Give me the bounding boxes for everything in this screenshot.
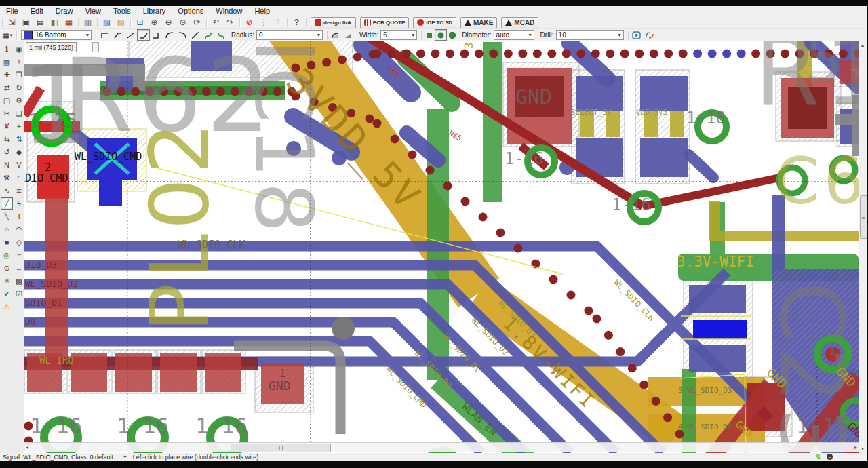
- move-tool[interactable]: ✚: [1, 69, 13, 81]
- bend-style-arc-start-icon[interactable]: [163, 29, 176, 41]
- board-canvas[interactable]: 1 R62 IC18 PL02 R10 5 C23 C6 WL_SDIO_CMD…: [24, 41, 859, 453]
- help-icon[interactable]: ?: [290, 16, 304, 28]
- selected-wire-segment[interactable]: [693, 320, 747, 339]
- pinswap-tool[interactable]: ⇆: [1, 133, 13, 145]
- undo-icon[interactable]: ↶: [209, 16, 223, 28]
- menu-draw[interactable]: Draw: [50, 7, 79, 15]
- dimension-tool[interactable]: ↔: [13, 262, 25, 274]
- display-layers-tool[interactable]: ▦: [1, 56, 13, 68]
- split-tool[interactable]: ∿: [1, 184, 13, 197]
- width-input[interactable]: 6▾: [380, 30, 417, 40]
- ripup-tool[interactable]: ϟ: [13, 197, 25, 210]
- info-tool[interactable]: ℹ: [1, 43, 13, 55]
- print-icon[interactable]: ▤: [33, 16, 47, 28]
- menu-view[interactable]: View: [79, 7, 107, 15]
- arc-tool[interactable]: ◠: [13, 223, 25, 235]
- circle-tool[interactable]: ○: [1, 223, 13, 235]
- zoom-redraw-icon[interactable]: ⟳: [190, 16, 204, 28]
- autorouter-tool[interactable]: ▩: [13, 275, 25, 287]
- zoom-in-icon[interactable]: ⊕: [147, 16, 161, 28]
- bend-style-90-start-icon[interactable]: [98, 29, 111, 41]
- save-icon[interactable]: ▣: [19, 16, 33, 28]
- drc-ok-icon[interactable]: ↯: [816, 453, 821, 461]
- rect-tool[interactable]: ■: [1, 236, 13, 248]
- horizontal-scroll-thumb[interactable]: [231, 444, 331, 452]
- design-link-button[interactable]: design link: [311, 17, 356, 28]
- menu-file[interactable]: File: [0, 7, 24, 15]
- bend-style-s-icon[interactable]: [189, 29, 201, 41]
- lock-tool[interactable]: ◆: [13, 146, 25, 158]
- refresh-icon[interactable]: [644, 29, 656, 41]
- via-shape-octagon-icon[interactable]: [447, 30, 458, 40]
- menu-edit[interactable]: Edit: [24, 7, 50, 15]
- paste-tool[interactable]: ❏: [13, 107, 25, 119]
- via-shape-square-icon[interactable]: [424, 30, 435, 40]
- horizontal-scrollbar[interactable]: ◂ ▸: [24, 442, 859, 452]
- menu-tools[interactable]: Tools: [107, 7, 137, 15]
- bend-style-45-end-icon[interactable]: [137, 29, 150, 41]
- show-tool[interactable]: ◉: [13, 43, 25, 55]
- rotate-tool[interactable]: ↻: [13, 81, 25, 94]
- hole-tool[interactable]: ⊙: [1, 262, 13, 274]
- via-tool[interactable]: ◎: [1, 249, 13, 261]
- optimize-tool[interactable]: ≋: [13, 184, 25, 197]
- menu-options[interactable]: Options: [172, 7, 210, 15]
- switch-sheet-icon[interactable]: ▧: [114, 16, 128, 28]
- zoom-select-icon[interactable]: ⊙: [176, 16, 190, 28]
- go-icon[interactable]: ⋮: [256, 16, 271, 28]
- pcb-quote-button[interactable]: PCB QUOTE: [360, 17, 410, 28]
- bend-style-90-end-icon[interactable]: [150, 29, 163, 41]
- value-tool[interactable]: V: [13, 159, 25, 171]
- zoom-out-icon[interactable]: ⊖: [161, 16, 176, 28]
- change-tool[interactable]: ⚙: [13, 94, 25, 106]
- delete-tool[interactable]: ✘: [1, 120, 13, 132]
- gateswap-tool[interactable]: ⇅: [13, 133, 25, 145]
- cam-processor-icon[interactable]: ◧: [47, 16, 62, 28]
- scroll-down-icon[interactable]: ▾: [861, 444, 864, 453]
- stop-status-icon[interactable]: –: [827, 454, 833, 460]
- drill-icon[interactable]: ▦: [62, 16, 76, 28]
- make-button[interactable]: MAKE: [460, 17, 497, 28]
- mirror-tool[interactable]: ⇄: [1, 81, 13, 94]
- switch-board-icon[interactable]: ▨: [100, 16, 114, 28]
- menu-library[interactable]: Library: [137, 7, 172, 15]
- stop-icon[interactable]: ⊘: [242, 16, 256, 28]
- menu-window[interactable]: Window: [210, 7, 248, 15]
- polygon-tool[interactable]: ◇: [13, 236, 25, 248]
- run-ulp-icon[interactable]: ⇑: [271, 16, 285, 28]
- miter-round-icon[interactable]: [330, 29, 342, 41]
- diameter-input[interactable]: auto▾: [494, 30, 534, 40]
- miter-straight-icon[interactable]: [342, 29, 355, 41]
- mark-tool[interactable]: ⌖: [13, 56, 25, 68]
- bend-style-45-start-icon[interactable]: [111, 29, 124, 41]
- radius-input[interactable]: 0▾: [256, 30, 323, 40]
- layer-select[interactable]: 16 Bottom ▾: [21, 30, 92, 40]
- drc-tool[interactable]: ☑: [13, 288, 25, 300]
- grid-icon[interactable]: ▦▾: [0, 29, 14, 41]
- repeat-icon[interactable]: [631, 29, 644, 41]
- wire-tool[interactable]: ╲: [1, 210, 13, 222]
- smash-tool[interactable]: ⚒: [1, 172, 13, 184]
- via-shape-round-icon[interactable]: [435, 29, 447, 41]
- bend-style-freehand-icon[interactable]: [201, 29, 214, 41]
- copy-tool[interactable]: ❐: [13, 69, 25, 81]
- scroll-right-icon[interactable]: ▸: [854, 443, 857, 452]
- command-line-caret[interactable]: [102, 42, 102, 51]
- add-tool[interactable]: +: [13, 120, 25, 132]
- miter-tool[interactable]: ◜: [13, 172, 25, 184]
- ratsnest-tool[interactable]: ✳: [1, 275, 13, 287]
- cut-tool[interactable]: ✂: [1, 107, 13, 119]
- bend-style-freehand2-icon[interactable]: [214, 29, 227, 41]
- zoom-fit-icon[interactable]: ⊡: [133, 16, 147, 28]
- bend-style-arc-end-icon[interactable]: [176, 29, 189, 41]
- scroll-up-icon[interactable]: ▴: [861, 41, 864, 50]
- scroll-left-icon[interactable]: ◂: [26, 443, 28, 452]
- menu-help[interactable]: Help: [248, 7, 276, 15]
- name-tool[interactable]: N: [1, 159, 13, 171]
- redo-icon[interactable]: ↷: [223, 16, 237, 28]
- erc-tool[interactable]: ✔: [1, 288, 13, 300]
- drill-input[interactable]: 10▾: [556, 30, 624, 40]
- replace-tool[interactable]: ↺: [1, 146, 13, 158]
- route-tool[interactable]: ╱: [1, 197, 13, 210]
- idf-to-3d-button[interactable]: IDF TO 3D: [413, 17, 456, 28]
